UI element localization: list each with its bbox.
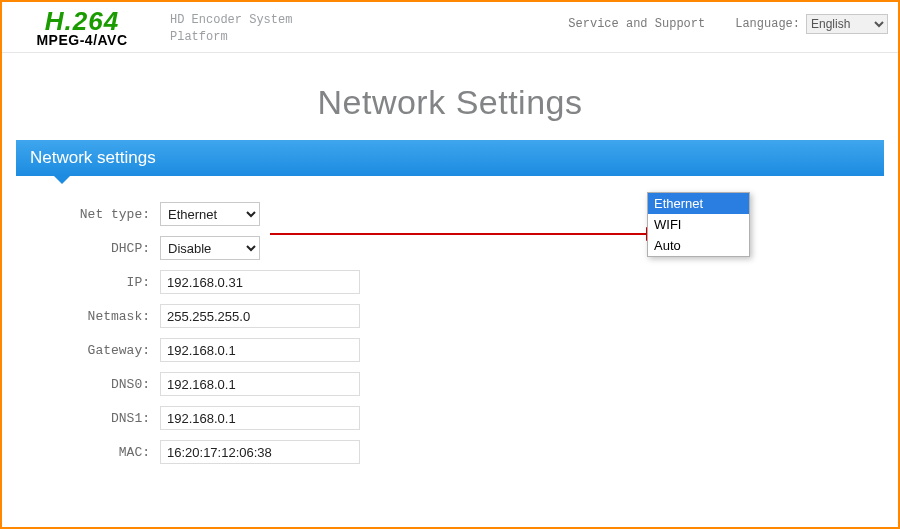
row-gateway: Gateway: [20,338,898,362]
system-title-line2: Platform [170,29,292,46]
label-dhcp: DHCP: [20,241,160,256]
label-netmask: Netmask: [20,309,160,324]
gateway-input[interactable] [160,338,360,362]
system-title: HD Encoder System Platform [170,12,292,46]
annotation-arrow-line [270,233,648,235]
system-title-line1: HD Encoder System [170,12,292,29]
logo-sub: MPEG-4/AVC [12,32,152,48]
label-ip: IP: [20,275,160,290]
netmask-input[interactable] [160,304,360,328]
row-mac: MAC: [20,440,898,464]
network-form: Net type: Ethernet DHCP: Disable IP: Net… [16,202,898,464]
row-dns0: DNS0: [20,372,898,396]
row-dns1: DNS1: [20,406,898,430]
language-label: Language: [735,17,800,31]
logo-main: H.264 [12,8,152,34]
row-net-type: Net type: Ethernet [20,202,898,226]
row-dhcp: DHCP: Disable [20,236,898,260]
page-title-wrap: Network Settings [2,83,898,122]
service-support-link[interactable]: Service and Support [568,17,705,31]
dns0-input[interactable] [160,372,360,396]
net-type-option-ethernet[interactable]: Ethernet [648,193,749,214]
page-title: Network Settings [304,83,597,122]
label-net-type: Net type: [20,207,160,222]
language-wrap: Language: English [735,14,888,34]
mac-input[interactable] [160,440,360,464]
header-bar: H.264 MPEG-4/AVC HD Encoder System Platf… [2,2,898,53]
app-window: H.264 MPEG-4/AVC HD Encoder System Platf… [0,0,900,529]
row-netmask: Netmask: [20,304,898,328]
label-dns1: DNS1: [20,411,160,426]
ip-input[interactable] [160,270,360,294]
label-gateway: Gateway: [20,343,160,358]
label-dns0: DNS0: [20,377,160,392]
dhcp-select[interactable]: Disable [160,236,260,260]
dns1-input[interactable] [160,406,360,430]
header-right: Service and Support Language: English [568,14,888,34]
label-mac: MAC: [20,445,160,460]
row-ip: IP: [20,270,898,294]
net-type-option-wifi[interactable]: WIFI [648,214,749,235]
logo: H.264 MPEG-4/AVC [12,8,152,48]
net-type-option-auto[interactable]: Auto [648,235,749,256]
section-header-text: Network settings [30,148,156,167]
net-type-select[interactable]: Ethernet [160,202,260,226]
section-header: Network settings [16,140,884,176]
net-type-dropdown-popup[interactable]: Ethernet WIFI Auto [647,192,750,257]
language-select[interactable]: English [806,14,888,34]
